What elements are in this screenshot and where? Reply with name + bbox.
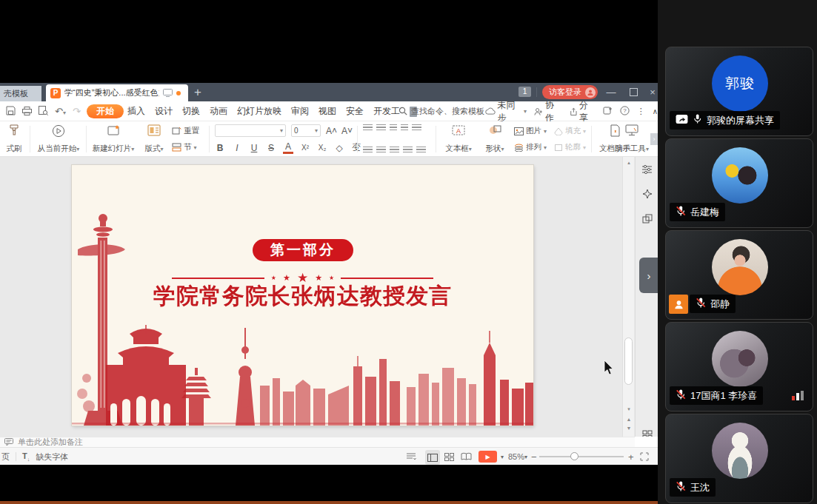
font-size-combo[interactable]: 0▾ — [291, 124, 321, 137]
new-tab-button[interactable]: + — [194, 84, 201, 101]
previous-slide-button[interactable]: ▲ — [623, 416, 635, 423]
selection-pane-icon[interactable] — [636, 213, 658, 226]
print-preview-icon[interactable] — [39, 105, 48, 118]
print-icon[interactable] — [22, 105, 32, 118]
decrease-font-icon[interactable]: A˅ — [341, 126, 352, 136]
play-from-current-button[interactable]: 从当前开始▾ — [34, 124, 83, 154]
undo-icon[interactable]: ↶▾ — [55, 106, 66, 117]
strikethrough-button[interactable]: S — [266, 143, 276, 153]
participant-tile[interactable]: 邵静 — [665, 230, 813, 320]
picture-button[interactable]: 图片▾ — [514, 124, 547, 138]
zoom-in-button[interactable]: + — [628, 448, 634, 466]
bullet-list-icon[interactable] — [363, 124, 373, 132]
zoom-slider-knob[interactable] — [570, 452, 578, 460]
next-slide-button[interactable]: ▼ — [623, 425, 635, 431]
present-tools-button[interactable]: 演示工具▾ — [612, 124, 652, 154]
tab-design[interactable]: 设计 — [155, 105, 173, 118]
slide-canvas[interactable]: 第一部分 ★ ★ ★ ★ ★ 学院常务院长张炳达教授发言 — [72, 165, 533, 426]
text-effect-button[interactable]: 变 — [351, 141, 361, 154]
align-right-icon[interactable] — [390, 147, 399, 154]
scroll-down-icon[interactable]: ▾ — [623, 406, 635, 412]
participant-tile[interactable]: 17国商1 李珍喜 — [665, 322, 813, 411]
collaborate-button[interactable]: 协作 — [534, 99, 561, 124]
format-painter-button[interactable]: 式刷 — [1, 124, 27, 154]
view-normal-button[interactable] — [425, 450, 440, 465]
view-sorter-button[interactable] — [444, 448, 454, 466]
command-search[interactable]: 查找命令、搜索模板 — [399, 101, 484, 121]
reset-button[interactable]: 重置 — [172, 124, 199, 138]
redo-icon[interactable]: ↷ — [73, 106, 81, 117]
missing-font-icon[interactable]: T↓ — [22, 451, 30, 462]
tab-insert[interactable]: 插入 — [127, 105, 145, 118]
vertical-scrollbar[interactable]: ▴ ▾ ▲ ▼ — [622, 157, 634, 437]
change-case-button[interactable]: ◇ — [334, 143, 344, 153]
superscript-button[interactable]: X² — [300, 144, 310, 152]
subscript-button[interactable]: X₂ — [317, 144, 327, 152]
zoom-level[interactable]: 85% — [508, 448, 524, 466]
save-icon[interactable] — [6, 105, 16, 118]
new-slide-button[interactable]: 新建幻灯片▾ — [90, 124, 136, 154]
collapse-ribbon-icon[interactable]: ∧ — [653, 107, 658, 115]
participant-tile[interactable]: 岳建梅 — [665, 138, 813, 228]
align-left-icon[interactable] — [363, 147, 373, 154]
underline-button[interactable]: U — [249, 143, 259, 153]
align-center-icon[interactable] — [376, 147, 386, 154]
outline-button[interactable]: 轮廓▾ — [554, 141, 586, 154]
section-badge[interactable]: 第一部分 — [253, 239, 353, 261]
scrollbar-thumb[interactable] — [624, 337, 633, 385]
notes-toggle-icon[interactable] — [406, 448, 416, 466]
section-button[interactable]: 节▾ — [172, 141, 197, 154]
italic-button[interactable]: I — [232, 143, 242, 153]
zoom-slider-track[interactable] — [539, 456, 624, 457]
layout-button[interactable]: 版式▾ — [141, 124, 167, 154]
participant-tile[interactable]: 王沈 — [665, 414, 813, 503]
increase-font-icon[interactable]: A˄ — [326, 126, 336, 136]
shapes-button[interactable]: 形状▾ — [480, 124, 510, 154]
increase-indent-icon[interactable] — [401, 124, 408, 132]
participant-tile[interactable]: 郭骏 郭骏的屏幕共享 — [665, 47, 813, 136]
zoom-out-button[interactable]: − — [531, 448, 537, 466]
decrease-indent-icon[interactable] — [390, 124, 397, 132]
tab-active-document[interactable]: P 学“四史”秉初心...感受红色力量 — [46, 84, 188, 101]
font-color-button[interactable]: A — [283, 141, 293, 154]
arrange-button[interactable]: 排列▾ — [514, 141, 547, 154]
tab-security[interactable]: 安全 — [346, 105, 364, 118]
tab-home[interactable]: 开始 — [87, 104, 124, 118]
scroll-up-icon[interactable]: ▴ — [623, 159, 635, 166]
ribbon-overflow-chevron-icon[interactable]: › — [650, 133, 658, 145]
tab-animation[interactable]: 动画 — [210, 105, 227, 118]
pin-window-icon[interactable] — [603, 106, 613, 117]
thumbnail-grid-icon[interactable] — [636, 429, 658, 437]
play-options-caret-icon[interactable]: ▾ — [501, 448, 504, 466]
share-button[interactable]: 分享 — [569, 99, 596, 124]
restore-button[interactable] — [624, 83, 643, 101]
textbox-button[interactable]: A 文本框▾ — [441, 124, 476, 154]
distribute-icon[interactable] — [416, 147, 426, 154]
tab-transition[interactable]: 切换 — [182, 105, 200, 118]
justify-icon[interactable] — [403, 147, 413, 154]
font-family-combo[interactable]: ▾ — [215, 124, 286, 137]
slideshow-play-button[interactable]: ▶ — [478, 451, 497, 463]
effects-icon[interactable] — [636, 189, 658, 202]
tab-developer[interactable]: 开发工 — [373, 105, 400, 118]
missing-font-label[interactable]: 缺失字体 — [36, 451, 68, 463]
fill-button[interactable]: 填充▾ — [554, 124, 586, 138]
expand-panel-tab[interactable]: › — [639, 258, 658, 293]
view-reading-button[interactable] — [461, 448, 472, 466]
tab-review[interactable]: 审阅 — [291, 105, 309, 118]
numbered-list-icon[interactable] — [376, 124, 386, 132]
more-menu-icon[interactable]: ⋮ — [637, 107, 645, 116]
sync-status-button[interactable]: 未同步▾ — [485, 99, 527, 124]
zoom-caret-icon[interactable]: ▾ — [524, 448, 527, 466]
fit-slide-button[interactable] — [640, 448, 649, 466]
minimize-button[interactable]: — — [601, 83, 621, 101]
guest-login-button[interactable]: 访客登录 — [542, 85, 598, 99]
line-spacing-icon[interactable] — [412, 124, 421, 132]
tab-view[interactable]: 视图 — [319, 105, 336, 118]
bold-button[interactable]: B — [215, 143, 225, 153]
tab-slideshow[interactable]: 幻灯片放映 — [237, 105, 281, 118]
help-icon[interactable]: ? — [620, 106, 630, 118]
notes-bar[interactable]: 单击此处添加备注 — [0, 437, 635, 447]
object-properties-icon[interactable] — [636, 164, 658, 178]
tab-background-document[interactable]: 壳模板 — [0, 86, 41, 101]
